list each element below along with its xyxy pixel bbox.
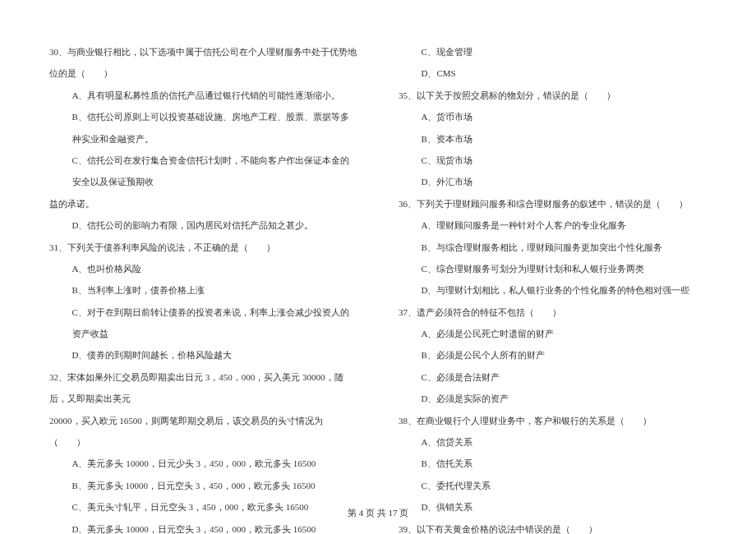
option-34c: C、现金管理 bbox=[399, 41, 707, 62]
question-36: 36、下列关于理财顾问服务和综合理财服务的叙述中，错误的是（ ） bbox=[399, 193, 707, 214]
option-30c: C、信托公司在发行集合资金信托计划时，不能向客户作出保证本金的安全以及保证预期收 bbox=[49, 150, 357, 193]
option-30d: D、信托公司的影响力有限，国内居民对信托产品知之甚少。 bbox=[49, 214, 357, 236]
page-content: 30、与商业银行相比，以下选项中属于信托公司在个人理财服务中处于优势地位的是（ … bbox=[0, 0, 756, 534]
option-37b: B、必须是公民个人所有的财产 bbox=[399, 344, 707, 366]
option-38b: B、信托关系 bbox=[399, 453, 707, 474]
option-36d: D、与理财计划相比，私人银行业务的个性化服务的特色相对强一些 bbox=[399, 279, 707, 301]
option-35a: A、货币市场 bbox=[399, 106, 707, 127]
option-36a: A、理财顾问服务是一种针对个人客户的专业化服务 bbox=[399, 214, 707, 236]
option-34d: D、CMS bbox=[399, 62, 707, 84]
option-35d: D、外汇市场 bbox=[399, 171, 707, 192]
question-37: 37、遗产必须符合的特征不包括（ ） bbox=[399, 302, 707, 323]
question-32: 32、宋体如果外汇交易员即期卖出日元 3，450，000，买入美元 30000，… bbox=[49, 366, 357, 410]
option-35b: B、资本市场 bbox=[399, 128, 707, 150]
right-column: C、现金管理 D、CMS 35、以下关于按照交易标的物划分，错误的是（ ） A、… bbox=[399, 41, 707, 534]
option-31b: B、当利率上涨时，债券价格上涨 bbox=[49, 279, 357, 301]
option-38c: C、委托代理关系 bbox=[399, 475, 707, 496]
option-32d: D、美元多头 10000，日元空头 3，450，000，欧元多头 16500 bbox=[49, 518, 357, 534]
question-35: 35、以下关于按照交易标的物划分，错误的是（ ） bbox=[399, 85, 707, 106]
left-column: 30、与商业银行相比，以下选项中属于信托公司在个人理财服务中处于优势地位的是（ … bbox=[49, 41, 357, 534]
question-31: 31、下列关于债券利率风险的说法，不正确的是（ ） bbox=[49, 237, 357, 258]
option-38a: A、信贷关系 bbox=[399, 431, 707, 453]
option-35c: C、现货市场 bbox=[399, 150, 707, 171]
option-30b: B、信托公司原则上可以投资基础设施、房地产工程、股票、票据等多种实业和金融资产。 bbox=[49, 106, 357, 150]
option-37d: D、必须是实际的资产 bbox=[399, 388, 707, 409]
option-32b: B、美元多头 10000，日元空头 3，450，000，欧元多头 16500 bbox=[49, 475, 357, 496]
option-31a: A、也叫价格风险 bbox=[49, 258, 357, 279]
option-37a: A、必须是公民死亡时遗留的财产 bbox=[399, 323, 707, 344]
question-32-cont: 20000，买入欧元 16500，则两笔即期交易后，该交易员的头寸情况为（ ） bbox=[49, 410, 357, 453]
option-37c: C、必须是合法财产 bbox=[399, 366, 707, 388]
option-31d: D、债券的到期时间越长，价格风险越大 bbox=[49, 344, 357, 366]
option-30a: A、具有明显私募性质的信托产品通过银行代销的可能性逐渐缩小。 bbox=[49, 85, 357, 106]
option-36c: C、综合理财服务可划分为理财计划和私人银行业务两类 bbox=[399, 258, 707, 279]
page-footer: 第 4 页 共 17 页 bbox=[0, 507, 756, 519]
option-32a: A、美元多头 10000，日元少头 3，450，000，欧元多头 16500 bbox=[49, 453, 357, 474]
option-31c: C、对于在到期日前转让债券的投资者来说，利率上涨会减少投资人的资产收益 bbox=[49, 302, 357, 345]
question-39: 39、以下有关黄金价格的说法中错误的是（ ） bbox=[399, 518, 707, 534]
question-30: 30、与商业银行相比，以下选项中属于信托公司在个人理财服务中处于优势地位的是（ … bbox=[49, 41, 357, 85]
question-38: 38、在商业银行个人理财业务中，客户和银行的关系是（ ） bbox=[399, 410, 707, 431]
option-30c-cont: 益的承诺。 bbox=[49, 193, 357, 214]
option-36b: B、与综合理财服务相比，理财顾问服务更加突出个性化服务 bbox=[399, 237, 707, 258]
